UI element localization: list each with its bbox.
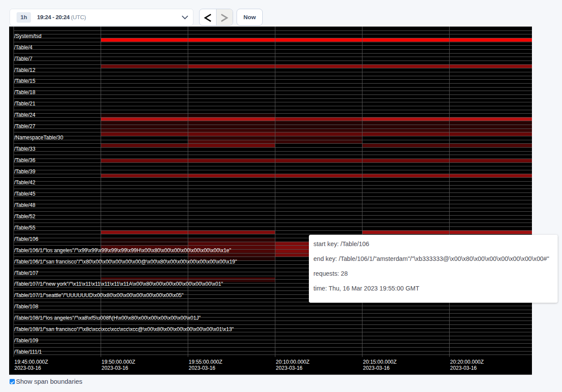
svg-text:/Table/4: /Table/4 — [14, 44, 33, 51]
svg-text:20:20:00.000Z: 20:20:00.000Z — [450, 359, 484, 365]
svg-text:2023-03-16: 2023-03-16 — [363, 365, 390, 371]
svg-text:19:45:00.000Z: 19:45:00.000Z — [14, 359, 48, 365]
svg-text:/Table/42: /Table/42 — [14, 180, 36, 186]
svg-text:20:15:00.000Z: 20:15:00.000Z — [363, 359, 396, 365]
svg-text:/Table/18: /Table/18 — [14, 90, 36, 96]
svg-text:/Table/7: /Table/7 — [14, 56, 33, 62]
svg-text:/Table/27: /Table/27 — [14, 123, 36, 129]
svg-text:2023-03-16: 2023-03-16 — [276, 365, 303, 371]
svg-text:/System/tsd: /System/tsd — [14, 33, 42, 39]
svg-text:/Table/36: /Table/36 — [14, 157, 36, 163]
svg-text:/Table/33: /Table/33 — [14, 146, 36, 152]
svg-text:/Table/106/1/"los angeles"/"\x: /Table/106/1/"los angeles"/"\x99\x99\x99… — [14, 247, 231, 253]
svg-text:/Table/107/1/"new york"/"\x11\: /Table/107/1/"new york"/"\x11\x11\x11\x1… — [14, 281, 223, 287]
svg-text:/Table/106/1/"san francisco"/": /Table/106/1/"san francisco"/"\x80\x00\x… — [14, 259, 237, 265]
svg-text:/Table/107/1/"seattle"/"UUUUUU: /Table/107/1/"seattle"/"UUUUUUD\x00\x80\… — [14, 293, 184, 299]
svg-text:20:10:00.000Z: 20:10:00.000Z — [276, 359, 309, 365]
svg-text:/Table/48: /Table/48 — [14, 202, 36, 208]
svg-text:/Table/108: /Table/108 — [14, 304, 39, 310]
svg-text:/NamespaceTable/30: /NamespaceTable/30 — [14, 135, 64, 141]
svg-text:/Table/24: /Table/24 — [14, 112, 36, 118]
svg-text:2023-03-16: 2023-03-16 — [450, 365, 477, 371]
svg-text:/Table/12: /Table/12 — [14, 67, 36, 73]
svg-text:/Table/55: /Table/55 — [14, 225, 36, 231]
svg-text:/Table/39: /Table/39 — [14, 169, 36, 175]
svg-text:/Table/111/1: /Table/111/1 — [14, 349, 42, 355]
svg-text:/Table/15: /Table/15 — [14, 78, 36, 84]
svg-text:/Table/109: /Table/109 — [14, 338, 39, 344]
svg-text:/Table/106: /Table/106 — [14, 236, 39, 242]
svg-text:2023-03-16: 2023-03-16 — [189, 365, 216, 371]
svg-text:/Table/107: /Table/107 — [14, 270, 39, 276]
svg-text:2023-03-16: 2023-03-16 — [14, 365, 41, 371]
svg-text:/Table/108/1/"los angeles"/"\x: /Table/108/1/"los angeles"/"\xa8\xf5\u00… — [14, 315, 201, 321]
svg-text:/Table/45: /Table/45 — [14, 191, 36, 197]
svg-text:2023-03-16: 2023-03-16 — [102, 365, 129, 371]
svg-text:19:55:00.000Z: 19:55:00.000Z — [189, 359, 222, 365]
svg-text:/Table/52: /Table/52 — [14, 213, 36, 220]
svg-text:19:50:00.000Z: 19:50:00.000Z — [102, 359, 135, 365]
svg-text:/Table/108/1/"san francisco"/": /Table/108/1/"san francisco"/"\x8c\xcc\x… — [14, 326, 234, 332]
svg-text:/Table/21: /Table/21 — [14, 101, 36, 107]
